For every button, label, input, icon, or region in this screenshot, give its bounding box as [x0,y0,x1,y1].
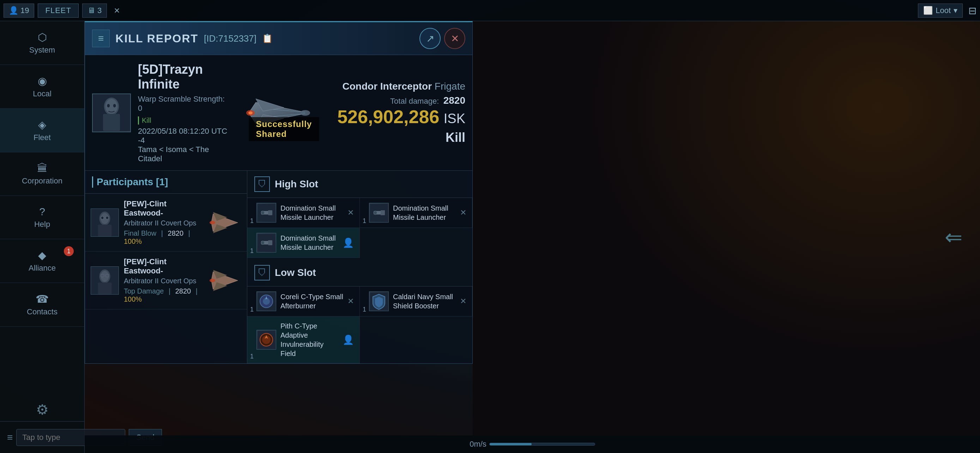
participant-avatar-1 [91,208,119,237]
loot-dropdown-icon: ▾ [953,6,958,15]
launcher-icon-1 [256,203,276,223]
monitor-icon: 🖥 [88,6,95,15]
high-slot-item-1[interactable]: 1 Domination SmallMissile Launcher ✕ [247,198,360,228]
victim-warp-strength: Warp Scramble Strength: 0 [138,95,231,113]
corporation-icon: 🏛 [37,162,48,174]
menu-button[interactable]: ≡ [92,30,110,47]
equip-num-2: 1 [363,217,366,225]
participant-ship-1: Arbitrator II Covert Ops [124,219,205,227]
hamburger-icon[interactable]: ≡ [7,432,13,443]
low-slot-item-3[interactable]: 1 Pith C-Type AdaptiveInvulnerability Fi… [247,316,360,363]
svg-rect-17 [98,224,112,236]
svg-point-5 [113,104,116,107]
participant-stats-1: Final Blow | 2820 | 100% [124,229,205,246]
low-slot-item-name-1: Coreli C-Type SmallAfterburner [280,292,343,310]
sidebar-label-help: Help [34,220,50,229]
sidebar-label-alliance: Alliance [29,264,56,273]
sidebar-item-alliance[interactable]: ◆ Alliance 1 [0,239,84,283]
total-damage-value: 2820 [444,95,465,106]
person-icon: 👤 [9,6,18,15]
high-slot-item-3[interactable]: 1 Domination SmallMissile Launcher 👤 [247,228,360,258]
fleet-member-count[interactable]: 👤 19 [3,3,34,17]
participants-header: Participants [1] [85,171,247,194]
monitor-button[interactable]: 🖥 3 [82,3,107,17]
low-slot-item-1[interactable]: 1 Coreli C-Type SmallAfterburner ✕ [247,286,360,316]
fleet-icon: ◈ [38,119,46,131]
isk-unit: ISK [444,111,465,126]
loot-box-icon: ⬜ [923,6,933,15]
svg-rect-29 [98,282,112,294]
low-slot-close-2[interactable]: ✕ [460,297,466,306]
low-equip-num-1: 1 [250,306,254,313]
sidebar-item-local[interactable]: ◉ Local [0,65,84,109]
speed-bar: 0m/s [85,436,980,453]
stat-label-1: Final Blow [124,229,156,237]
alliance-badge: 1 [64,246,74,256]
kill-type-badge: Kill [138,116,151,124]
total-damage-row: Total damage: 2820 [337,95,465,106]
svg-point-43 [374,211,377,215]
shield-booster-icon [369,291,389,311]
svg-rect-38 [268,210,272,215]
high-slot-grid: 1 Domination SmallMissile Launcher ✕ [247,198,473,258]
export-button[interactable]: ↗ [420,28,441,49]
kill-result-label: Kill [337,130,465,145]
launcher-icon-3 [256,233,276,253]
kill-location: Tama < Isoma < The Citadel [138,145,231,163]
stat-value-1: 2820 [168,229,184,237]
participant-row-2[interactable]: [PEW]-Clint Eastwood- Arbitrator II Cove… [85,251,247,309]
settings-icon[interactable]: ⚙ [36,402,49,418]
help-icon: ? [39,206,45,218]
sidebar-nav: ⬡ System ◉ Local ◈ Fleet 🏛 Corporation ?… [0,21,84,453]
sidebar-item-system[interactable]: ⬡ System [0,21,84,65]
top-bar: 👤 19 FLEET 🖥 3 × ⬜ Loot ▾ ⊟ [0,0,980,21]
total-damage-label: Total damage: [390,97,439,105]
shared-badge: Successfully Shared [249,117,319,141]
close-kill-report-button[interactable]: ✕ [444,28,465,49]
low-slot-grid: 1 Coreli C-Type SmallAfterburner ✕ [247,286,473,363]
low-equip-num-2: 1 [363,306,366,313]
navigate-arrow[interactable]: ⇐ [945,225,963,250]
participant-avatar-2 [91,266,119,295]
high-slot-close-1[interactable]: ✕ [347,208,354,217]
svg-point-4 [107,104,110,107]
svg-point-11 [300,110,310,116]
sidebar-item-fleet[interactable]: ◈ Fleet [0,109,84,153]
loot-button[interactable]: ⬜ Loot ▾ [918,3,963,17]
sidebar-item-help[interactable]: ? Help [0,196,84,239]
svg-rect-42 [381,210,385,215]
isk-row: 526,902,286 ISK [337,106,465,127]
low-slot-item-name-3: Pith C-Type AdaptiveInvulnerability Fiel… [280,321,338,358]
close-top-button[interactable]: × [110,3,123,17]
sidebar-label-system: System [29,46,55,55]
sidebar: ⬡ System ◉ Local ◈ Fleet 🏛 Corporation ?… [0,0,85,453]
fleet-tab[interactable]: FLEET [38,3,78,17]
participants-section: Participants [1] [85,171,247,363]
stat-label-2: Top Damage [124,287,164,295]
sidebar-item-corporation[interactable]: 🏛 Corporation [0,153,84,196]
participant-stats-2: Top Damage | 2820 | 100% [124,287,205,304]
high-slot-close-2[interactable]: ✕ [460,208,466,217]
top-right-controls: ⬜ Loot ▾ ⊟ [918,3,977,17]
svg-point-28 [100,270,109,281]
svg-point-47 [261,241,264,245]
kill-report-controls: ↗ ✕ [420,28,465,49]
copy-icon[interactable]: 📋 [262,33,273,43]
equip-num-3: 1 [250,247,254,255]
victim-name: [5D]Trazyn Infinite [138,62,231,92]
participant-info-1: [PEW]-Clint Eastwood- Arbitrator II Cove… [124,199,205,246]
high-slot-item-2[interactable]: 1 Domination SmallMissile Launcher ✕ [360,198,473,228]
ship-stats: Condor Interceptor Frigate Total damage:… [337,81,465,145]
sidebar-item-contacts[interactable]: ☎ Contacts [0,283,84,327]
kill-report-title: KILL REPORT [115,32,198,45]
participants-title: Participants [1] [92,176,168,188]
pilot-icon-3: 👤 [342,237,354,248]
low-slot-close-1[interactable]: ✕ [347,297,354,306]
filter-icon[interactable]: ⊟ [968,5,977,17]
low-equip-num-3: 1 [250,353,254,360]
ship-class: Condor Interceptor Frigate [337,81,465,92]
participant-ship-thumb-2 [210,268,241,293]
participant-row[interactable]: [PEW]-Clint Eastwood- Arbitrator II Cove… [85,194,247,251]
low-slot-item-2[interactable]: 1 Caldari Navy SmallShield Booster ✕ [360,286,473,316]
isk-value: 526,902,286 [337,106,439,127]
